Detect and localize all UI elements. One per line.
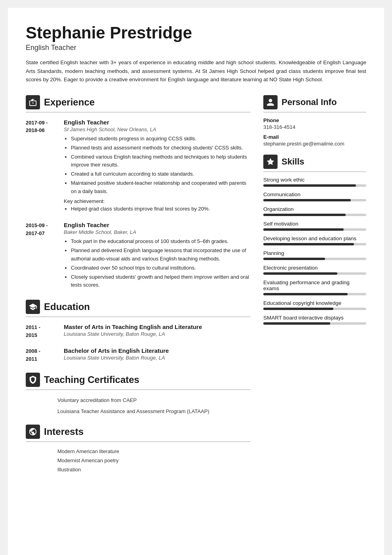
edu-1-dates: 2011 - 2015 <box>26 323 57 339</box>
certificates-divider <box>26 389 251 390</box>
skill-name-8: Educational copyright knowledge <box>263 300 366 306</box>
skills-list: Strong work ethicCommunicationOrganizati… <box>263 177 366 325</box>
certificates-icon <box>26 373 40 387</box>
skills-title: Skills <box>282 157 304 167</box>
entry-1-key-label: Key achievement: <box>64 198 251 204</box>
skill-bar-bg-7 <box>263 293 366 295</box>
entry-1-key-bullets: Helped grad class students improve final… <box>64 205 251 213</box>
skill-bar-fill-6 <box>263 272 337 275</box>
interest-item-2: Modernist American poetry <box>26 457 251 463</box>
interests-divider <box>26 441 251 442</box>
edu-2-body: Bachelor of Arts in English Literature L… <box>64 347 251 363</box>
skill-bar-fill-5 <box>263 258 325 260</box>
skill-name-0: Strong work ethic <box>263 177 366 183</box>
skill-bar-fill-9 <box>263 322 330 325</box>
bullet-item: Maintained positive student-teacher rela… <box>71 179 251 196</box>
certificates-title: Teaching Certificates <box>44 374 139 385</box>
interests-title: Interests <box>44 426 84 437</box>
skill-name-2: Organization <box>263 206 366 212</box>
bullet-item: Created a full curriculum according to s… <box>71 170 251 178</box>
experience-divider <box>26 112 251 113</box>
interests-header: Interests <box>26 425 251 439</box>
skill-bar-fill-4 <box>263 243 354 245</box>
interests-icon <box>26 425 40 439</box>
skills-section: Skills Strong work ethicCommunicationOrg… <box>263 155 366 325</box>
skill-item-5: Planning <box>263 250 366 260</box>
personal-info-title: Personal Info <box>282 97 337 107</box>
skill-item-4: Developing lesson and education plans <box>263 235 366 245</box>
person-icon <box>266 98 275 107</box>
entry-2-role: English Teacher <box>64 222 251 228</box>
bullet-item: Closely supervised students' growth and … <box>71 273 251 290</box>
skill-bar-bg-0 <box>263 184 366 187</box>
skills-icon <box>263 155 278 169</box>
entry-1-role: English Teacher <box>64 119 251 126</box>
skill-bar-fill-1 <box>263 199 351 201</box>
skill-item-0: Strong work ethic <box>263 177 366 187</box>
phone-label: Phone <box>263 117 366 123</box>
right-column: Personal Info Phone 318-316-4514 E-mail … <box>263 95 366 482</box>
skill-item-9: SMART board interactive displays <box>263 315 366 325</box>
skills-divider <box>263 171 366 172</box>
skill-bar-fill-2 <box>263 214 346 216</box>
skills-header: Skills <box>263 155 366 169</box>
skill-name-6: Electronic presentation <box>263 265 366 271</box>
bullet-item: Coordinated over 50 school trips to cult… <box>71 264 251 272</box>
interest-item-1: Modern American literature <box>26 448 251 454</box>
personal-info-section: Personal Info Phone 318-316-4514 E-mail … <box>263 95 366 147</box>
edu-1-body: Master of Arts in Teaching English and L… <box>64 323 251 339</box>
skill-bar-bg-5 <box>263 258 366 260</box>
education-divider <box>26 316 251 317</box>
skill-item-3: Self motivation <box>263 221 366 231</box>
bullet-item: Took part in the educational process of … <box>71 237 251 246</box>
skill-item-1: Communication <box>263 191 366 201</box>
candidate-title: English Teacher <box>26 44 366 52</box>
skill-bar-bg-3 <box>263 228 366 231</box>
skill-name-4: Developing lesson and education plans <box>263 235 366 241</box>
education-header: Education <box>26 300 251 314</box>
interest-item-3: Illustration <box>26 467 251 473</box>
cert-item-2: Louisiana Teacher Assistance and Assessm… <box>26 408 251 415</box>
skill-name-5: Planning <box>263 250 366 256</box>
resume-container: Stephanie Prestridge English Teacher Sta… <box>8 8 384 555</box>
entry-1-bullets: Supervised students progress in acquirin… <box>64 135 251 196</box>
left-column: Experience 2017-09 - 2018-06 English Tea… <box>26 95 251 482</box>
candidate-name: Stephanie Prestridge <box>26 24 366 42</box>
skill-name-7: Evaluating performance and grading exams <box>263 279 366 291</box>
skill-name-3: Self motivation <box>263 221 366 227</box>
personal-info-divider <box>263 112 366 113</box>
experience-section: Experience 2017-09 - 2018-06 English Tea… <box>26 95 251 290</box>
skill-bar-fill-3 <box>263 228 344 231</box>
skill-bar-fill-8 <box>263 308 333 310</box>
skill-bar-fill-7 <box>263 293 348 295</box>
email-label: E-mail <box>263 134 366 140</box>
skill-bar-bg-6 <box>263 272 366 275</box>
experience-icon <box>26 95 40 109</box>
entry-2-org: Baker Middle School, Baker, LA <box>64 229 251 235</box>
interests-section: Interests Modern American literature Mod… <box>26 425 251 473</box>
skills-star-icon <box>266 157 275 166</box>
edu-1-school: Louisiana State University, Baton Rouge,… <box>64 331 251 337</box>
education-section: Education 2011 - 2015 Master of Arts in … <box>26 300 251 363</box>
entry-2-dates: 2015-09 - 2017-07 <box>26 222 57 290</box>
certificate-icon <box>29 375 37 384</box>
skill-bar-fill-0 <box>263 184 356 187</box>
email-value: stephanie.prestri.ge@emailme.com <box>263 141 366 147</box>
education-entry-2: 2008 - 2011 Bachelor of Arts in English … <box>26 347 251 363</box>
education-title: Education <box>44 301 90 312</box>
experience-entry-2: 2015-09 - 2017-07 English Teacher Baker … <box>26 222 251 290</box>
skill-bar-bg-4 <box>263 243 366 245</box>
skill-item-7: Evaluating performance and grading exams <box>263 279 366 295</box>
candidate-summary: State certified English teacher with 3+ … <box>26 58 366 84</box>
skill-name-9: SMART board interactive displays <box>263 315 366 321</box>
education-icon <box>26 300 40 314</box>
entry-1-body: English Teacher St James High School, Ne… <box>64 119 251 214</box>
certificates-header: Teaching Certificates <box>26 373 251 387</box>
phone-value: 318-316-4514 <box>263 124 366 130</box>
edu-2-dates: 2008 - 2011 <box>26 347 57 363</box>
entry-1-org: St James High School, New Orleans, LA <box>64 126 251 132</box>
graduation-icon <box>29 302 37 311</box>
certificates-section: Teaching Certificates Voluntary accredit… <box>26 373 251 415</box>
experience-title: Experience <box>44 97 95 108</box>
edu-2-degree: Bachelor of Arts in English Literature <box>64 347 251 354</box>
